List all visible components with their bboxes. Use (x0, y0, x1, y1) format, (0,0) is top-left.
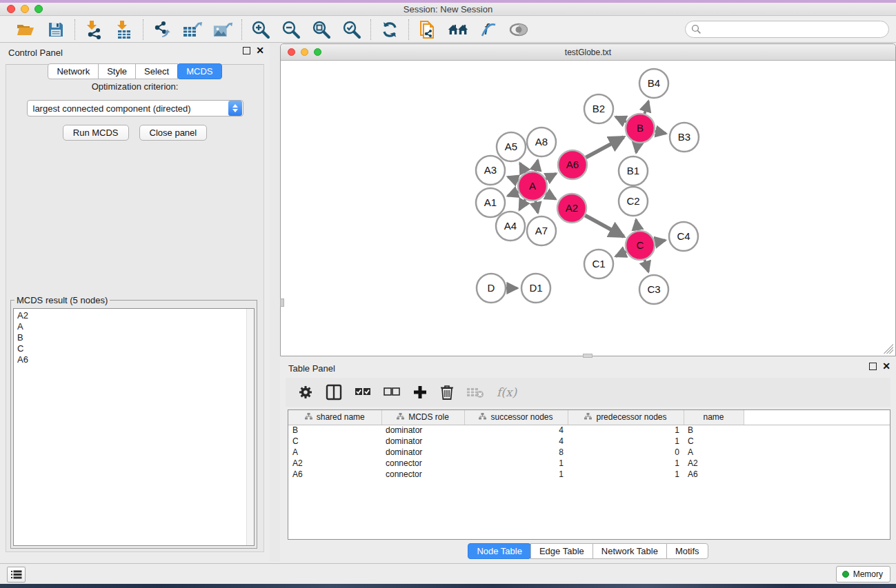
graph-node-A3[interactable]: A3 (476, 156, 505, 185)
export-table-icon[interactable] (182, 19, 203, 40)
graph-edge-A-A5[interactable] (520, 163, 526, 173)
graph-edge-C-C1[interactable] (616, 252, 626, 256)
import-network-icon[interactable] (83, 19, 104, 40)
graph-edge-C-C3[interactable] (645, 260, 648, 272)
graph-node-A8[interactable]: A8 (527, 128, 556, 156)
node-table[interactable]: shared nameMCDS rolesuccessor nodesprede… (288, 409, 890, 540)
function-builder-icon[interactable]: f(x) (497, 385, 517, 399)
tab-network[interactable]: Network (48, 63, 99, 79)
graph-edge-C-C4[interactable] (655, 240, 666, 242)
graph-edge-A-A2[interactable] (546, 194, 555, 199)
table-row[interactable]: Adominator80A (288, 447, 890, 458)
zoom-out-icon[interactable] (281, 19, 301, 40)
close-panel-icon[interactable]: ✕ (256, 47, 264, 54)
graph-edge-B-B2[interactable] (615, 116, 626, 121)
graph-edge-A-A1[interactable] (508, 192, 518, 196)
graph-node-A4[interactable]: A4 (496, 212, 525, 241)
table-close-panel-icon[interactable]: ✕ (882, 363, 890, 370)
column-header-predecessor-nodes[interactable]: predecessor nodes (568, 410, 684, 425)
column-header-MCDS-role[interactable]: MCDS role (381, 410, 464, 425)
table-row[interactable]: A2connector11A2 (288, 458, 890, 469)
homes-icon[interactable] (448, 19, 468, 40)
graph-node-A[interactable]: A (518, 172, 547, 201)
graph-node-C2[interactable]: C2 (619, 187, 648, 216)
left-divider-handle[interactable] (280, 298, 284, 307)
open-session-icon[interactable] (15, 19, 36, 40)
graph-node-A6[interactable]: A6 (558, 150, 587, 179)
column-header-shared-name[interactable]: shared name (288, 410, 381, 425)
bottom-divider-handle[interactable] (583, 354, 593, 358)
deselect-all-icon[interactable] (384, 387, 400, 398)
network-window-titlebar[interactable]: testGlobe.txt (281, 44, 895, 61)
table-row[interactable]: Cdominator41C (288, 436, 890, 447)
tab-edge-table[interactable]: Edge Table (530, 543, 593, 559)
mcds-result-list[interactable]: A2ABCA6 (13, 308, 255, 546)
select-all-icon[interactable] (355, 387, 371, 398)
search-input[interactable] (704, 24, 888, 35)
column-header-name[interactable]: name (684, 410, 744, 425)
tab-node-table[interactable]: Node Table (468, 543, 531, 559)
close-panel-button[interactable]: Close panel (139, 125, 208, 141)
graph-node-C3[interactable]: C3 (639, 275, 668, 304)
tab-motifs[interactable]: Motifs (666, 543, 708, 559)
graph-node-A2[interactable]: A2 (557, 194, 586, 223)
graph-node-D[interactable]: D (477, 274, 506, 303)
graph-node-B2[interactable]: B2 (584, 94, 613, 123)
memory-button[interactable]: Memory (836, 566, 890, 582)
export-image-icon[interactable] (212, 19, 233, 40)
graph-node-B3[interactable]: B3 (670, 123, 699, 152)
graph-node-B4[interactable]: B4 (639, 69, 668, 98)
zoom-selected-icon[interactable] (341, 19, 362, 40)
run-mcds-button[interactable]: Run MCDS (63, 125, 129, 141)
add-column-icon[interactable] (412, 385, 428, 400)
zoom-fit-icon[interactable] (311, 19, 332, 40)
refresh-icon[interactable] (379, 19, 400, 40)
table-float-panel-icon[interactable] (869, 363, 877, 370)
graph-node-B1[interactable]: B1 (619, 156, 648, 185)
eye-icon[interactable] (508, 19, 529, 40)
graph-node-A5[interactable]: A5 (497, 132, 526, 161)
graph-edge-A-A3[interactable] (508, 177, 518, 181)
tab-style[interactable]: Style (98, 63, 136, 79)
table-row[interactable]: A6connector11A6 (288, 469, 890, 480)
graph-edge-A2-C[interactable] (585, 216, 624, 237)
column-layout-icon[interactable] (326, 384, 342, 401)
graph-edge-A-A6[interactable] (546, 174, 556, 179)
graph-node-A7[interactable]: A7 (527, 216, 556, 245)
tab-network-table[interactable]: Network Table (593, 543, 667, 559)
graph-edge-A-A8[interactable] (535, 160, 537, 171)
graph-edge-A-A4[interactable] (519, 199, 525, 210)
export-network-icon[interactable] (152, 19, 172, 40)
graph-edge-B-B1[interactable] (636, 143, 637, 153)
graph-node-B[interactable]: B (626, 114, 655, 143)
result-scrollbar[interactable] (246, 309, 254, 545)
column-header-successor-nodes[interactable]: successor nodes (464, 410, 568, 425)
table-row[interactable]: Bdominator41B (288, 425, 890, 436)
graph-edge-B-B3[interactable] (655, 131, 666, 133)
tab-mcds[interactable]: MCDS (177, 63, 221, 79)
save-session-icon[interactable] (46, 19, 66, 40)
delete-table-icon[interactable] (466, 386, 484, 398)
graph-edge-A6-B[interactable] (586, 137, 624, 158)
resize-grip-icon[interactable] (884, 344, 893, 354)
network-graph[interactable]: B4B2BB3A5A8A6A3B1AA1C2A2A4A7C4CC1C3DD1 (281, 61, 895, 355)
zoom-in-icon[interactable] (250, 19, 271, 40)
graph-node-C[interactable]: C (626, 231, 655, 260)
copy-network-icon[interactable] (417, 19, 438, 40)
delete-column-icon[interactable] (440, 384, 454, 401)
tab-select[interactable]: Select (135, 63, 178, 79)
graph-node-A1[interactable]: A1 (476, 188, 505, 217)
float-panel-icon[interactable] (243, 47, 250, 54)
settings-gear-icon[interactable] (298, 385, 313, 400)
network-canvas[interactable]: B4B2BB3A5A8A6A3B1AA1C2A2A4A7C4CC1C3DD1 (281, 61, 895, 355)
graph-edge-A-A7[interactable] (535, 201, 537, 213)
function-slash-icon[interactable]: f (478, 19, 499, 40)
graph-node-C1[interactable]: C1 (584, 250, 613, 278)
task-history-button[interactable] (7, 567, 26, 582)
panel-splitter[interactable] (270, 43, 280, 562)
graph-edge-C-C2[interactable] (636, 220, 637, 231)
graph-node-D1[interactable]: D1 (521, 274, 550, 303)
search-box[interactable] (685, 21, 889, 38)
import-table-icon[interactable] (114, 19, 135, 40)
optimization-criterion-select[interactable]: largest connected component (directed) (27, 100, 243, 116)
